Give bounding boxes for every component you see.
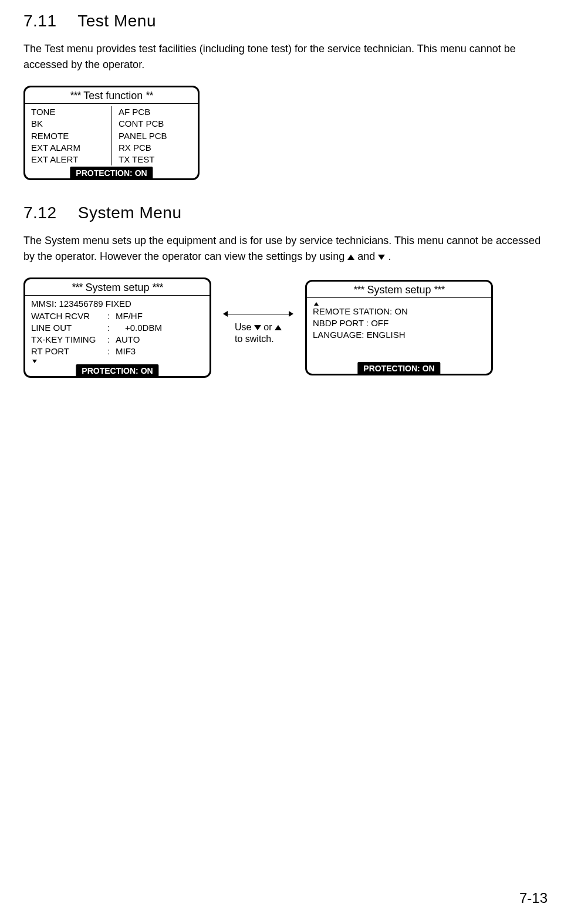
- setting-row: WATCH RCVR : MF/HF: [31, 310, 204, 322]
- setting-key: RT PORT: [31, 346, 107, 357]
- triangle-up-icon: [275, 325, 282, 330]
- body-part1: The System menu sets up the equipment an…: [23, 235, 540, 262]
- list-item: PANEL PCB: [119, 130, 192, 142]
- double-arrow-icon: [223, 310, 293, 318]
- setting-key: WATCH RCVR: [31, 310, 107, 322]
- stars-suffix: ***: [153, 282, 163, 293]
- section-title: Test Menu: [77, 12, 156, 30]
- panel-title-text: Test function: [83, 90, 143, 101]
- system-panels-row: *** System setup *** MMSI: 123456789 FIX…: [23, 277, 548, 377]
- test-function-panel: *** Test function ** TONE BK REMOTE EXT …: [23, 86, 200, 180]
- section-title: System Menu: [78, 204, 182, 222]
- system-setup-panel-1: *** System setup *** MMSI: 123456789 FIX…: [23, 277, 211, 377]
- body-text-system-menu: The System menu sets up the equipment an…: [23, 233, 548, 265]
- heading-system-menu: 7.12 System Menu: [23, 204, 548, 222]
- setting-val: MIF3: [116, 346, 136, 357]
- stars-suffix: **: [146, 90, 153, 101]
- triangle-down-icon: [378, 255, 385, 260]
- arrow-right-icon: [289, 311, 293, 317]
- setting-row: TX-KEY TIMING : AUTO: [31, 334, 204, 346]
- section-number: 7.11: [23, 12, 57, 30]
- switch-line2: to switch.: [235, 334, 274, 344]
- switch-line1-mid: or: [261, 322, 275, 332]
- setting-line: REMOTE STATION: ON: [313, 306, 485, 317]
- list-item: EXT ALERT: [31, 154, 106, 165]
- test-col-1: TONE BK REMOTE EXT ALARM EXT ALERT: [31, 106, 112, 165]
- triangle-down-icon: [32, 360, 37, 363]
- setting-line: LANGUAGE: ENGLISH: [313, 329, 485, 341]
- list-item: AF PCB: [119, 106, 192, 118]
- triangle-up-icon: [347, 255, 354, 260]
- setting-val: AUTO: [116, 334, 140, 346]
- body-part3: .: [385, 251, 391, 262]
- list-item: RX PCB: [119, 142, 192, 154]
- triangle-up-icon: [314, 302, 319, 306]
- section-test-menu: 7.11 Test Menu The Test menu provides te…: [23, 12, 548, 180]
- stars-prefix: ***: [72, 282, 82, 293]
- arrow-line: [227, 314, 290, 314]
- page-number: 7-13: [519, 890, 548, 906]
- setting-val: +0.0DBM: [116, 322, 162, 334]
- list-item: BK: [31, 118, 106, 130]
- panel-title: *** System setup ***: [25, 279, 210, 296]
- setting-row: RT PORT : MIF3: [31, 346, 204, 357]
- panel-title: *** System setup ***: [307, 282, 491, 298]
- colon: :: [107, 322, 116, 334]
- stars-suffix: ***: [434, 284, 445, 296]
- setting-val: MF/HF: [116, 310, 143, 322]
- setting-row: LINE OUT : +0.0DBM: [31, 322, 204, 334]
- heading-test-menu: 7.11 Test Menu: [23, 12, 548, 31]
- list-item: TX TEST: [119, 154, 192, 165]
- stars-prefix: ***: [353, 284, 364, 296]
- setting-key: LINE OUT: [31, 322, 107, 334]
- section-number: 7.12: [23, 204, 57, 222]
- setting-key: TX-KEY TIMING: [31, 334, 107, 346]
- stars-prefix: ***: [70, 90, 81, 101]
- protection-badge: PROTECTION: ON: [76, 364, 158, 377]
- body-part2: and: [354, 251, 378, 262]
- body-text-test-menu: The Test menu provides test facilities (…: [23, 41, 548, 73]
- setting-line: NBDP PORT : OFF: [313, 317, 485, 329]
- panel-title: *** Test function **: [25, 87, 198, 104]
- mmsi-line: MMSI: 123456789 FIXED: [31, 298, 204, 310]
- more-below-indicator: [31, 358, 204, 363]
- list-item: CONT PCB: [119, 118, 192, 130]
- list-item: REMOTE: [31, 130, 106, 142]
- switch-line1-prefix: Use: [235, 322, 254, 332]
- colon: :: [107, 334, 116, 346]
- switch-hint: Use or to switch.: [223, 310, 293, 346]
- system-setup-panel-2: *** System setup *** REMOTE STATION: ON …: [305, 280, 493, 376]
- section-system-menu: 7.12 System Menu The System menu sets up…: [23, 204, 548, 377]
- test-col-2: AF PCB CONT PCB PANEL PCB RX PCB TX TEST: [112, 106, 192, 165]
- triangle-down-icon: [254, 325, 261, 330]
- switch-text: Use or to switch.: [235, 321, 282, 346]
- panel-title-text: System setup: [367, 284, 431, 296]
- list-item: EXT ALARM: [31, 142, 106, 154]
- list-item: TONE: [31, 106, 106, 118]
- colon: :: [107, 346, 116, 357]
- more-above-indicator: [313, 300, 485, 306]
- panel-title-text: System setup: [85, 282, 149, 293]
- protection-badge: PROTECTION: ON: [70, 167, 153, 180]
- protection-badge: PROTECTION: ON: [357, 362, 440, 375]
- colon: :: [107, 310, 116, 322]
